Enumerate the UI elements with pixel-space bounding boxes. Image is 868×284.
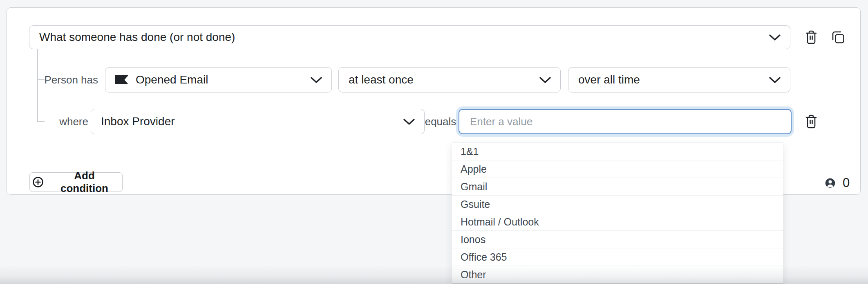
value-input[interactable]	[459, 109, 792, 134]
chevron-down-icon	[403, 118, 415, 125]
timeframe-select-value: over all time	[578, 73, 640, 86]
frequency-select-value: at least once	[349, 73, 414, 86]
trash-icon	[805, 114, 818, 129]
segment-condition-editor: What someone has done (or not done)	[0, 0, 868, 284]
value-option-item[interactable]: Other	[452, 266, 783, 283]
value-option-item[interactable]: Apple	[452, 160, 783, 178]
delete-filter-button[interactable]	[802, 113, 820, 130]
person-has-label: Person has	[46, 67, 98, 92]
operator-label: equals	[428, 109, 453, 134]
audience-count-value: 0	[843, 176, 850, 190]
tree-connector-line	[37, 49, 38, 122]
flag-icon	[115, 75, 128, 84]
audience-count: 0	[824, 175, 850, 191]
condition-type-value: What someone has done (or not done)	[39, 31, 235, 44]
value-option-item[interactable]: Hotmail / Outlook	[452, 213, 783, 230]
value-option-item[interactable]: Gmail	[452, 178, 783, 195]
event-select[interactable]: Opened Email	[105, 67, 332, 92]
tree-connector-tick	[37, 79, 45, 80]
value-option-item[interactable]: Gsuite	[452, 195, 783, 213]
copy-icon	[830, 29, 846, 45]
add-condition-button[interactable]: Add condition	[29, 172, 123, 192]
chevron-down-icon	[769, 34, 781, 41]
circle-plus-icon	[32, 176, 44, 188]
delete-condition-button[interactable]	[802, 29, 820, 46]
condition-type-select[interactable]: What someone has done (or not done)	[29, 25, 790, 49]
trash-icon	[805, 30, 818, 45]
timeframe-select[interactable]: over all time	[568, 67, 790, 92]
attribute-select[interactable]: Inbox Provider	[91, 109, 425, 134]
person-circle-icon	[824, 177, 836, 189]
value-option-item[interactable]: Office 365	[452, 248, 783, 266]
attribute-select-value: Inbox Provider	[101, 115, 175, 128]
value-option-item[interactable]: Ionos	[452, 230, 783, 248]
where-label: where	[46, 109, 88, 134]
event-select-value: Opened Email	[136, 73, 208, 86]
duplicate-condition-button[interactable]	[829, 29, 847, 46]
tree-connector-tick	[37, 121, 45, 122]
chevron-down-icon	[539, 77, 551, 83]
frequency-select[interactable]: at least once	[338, 67, 561, 92]
add-condition-label: Add condition	[49, 169, 120, 195]
chevron-down-icon	[769, 77, 781, 83]
value-options-list: 1&1 Apple Gmail Gsuite Hotmail / Outlook…	[452, 142, 783, 283]
value-option-item[interactable]: 1&1	[452, 142, 783, 160]
chevron-down-icon	[310, 77, 322, 83]
